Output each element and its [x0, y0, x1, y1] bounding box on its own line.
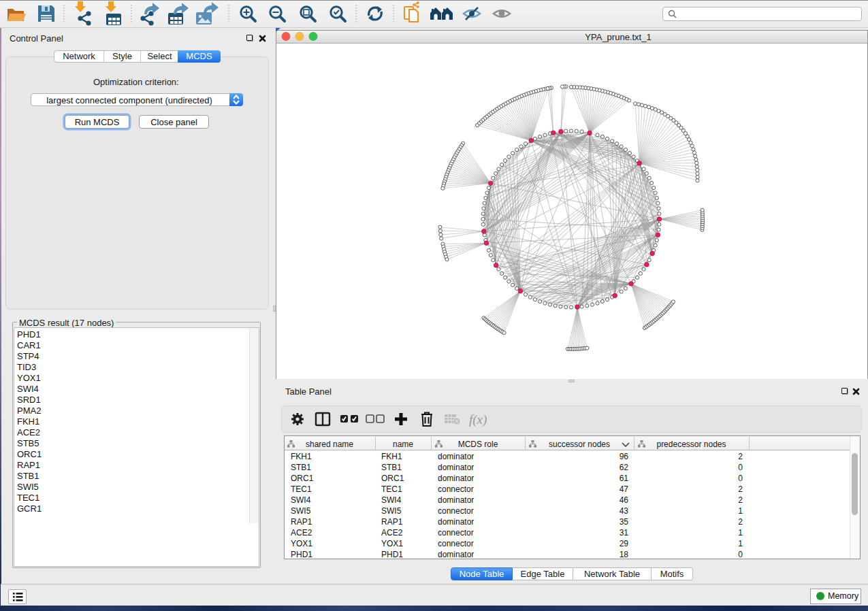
svg-text:f(x): f(x) — [469, 412, 487, 427]
